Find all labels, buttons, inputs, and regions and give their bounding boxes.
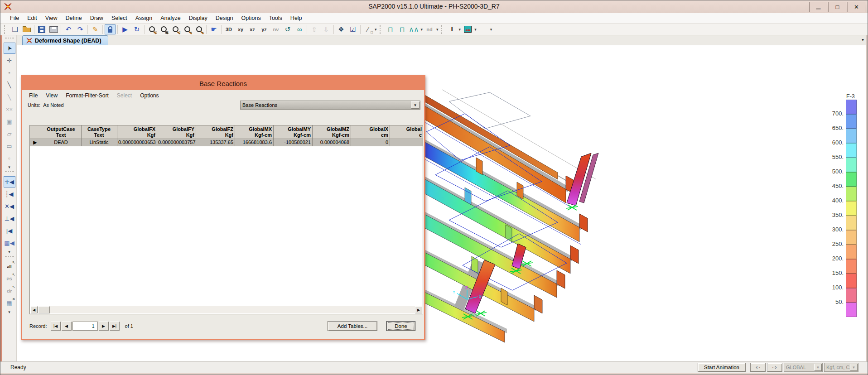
scroll-right-button[interactable]: ▶ [415, 306, 422, 313]
save-model-button[interactable] [36, 24, 47, 34]
quick-draw-braced-frame-button[interactable]: ⊓¯ [397, 24, 408, 34]
assign-options-button[interactable]: ∕□ [362, 24, 373, 34]
rubber-band-zoom-button[interactable]: □ [146, 24, 157, 34]
snap-edges-button[interactable]: |◀ [4, 225, 15, 236]
select-all-button[interactable]: all↖ [4, 261, 15, 272]
menu-display[interactable]: Display [185, 14, 212, 23]
done-button[interactable]: Done [386, 321, 415, 331]
record-number-field[interactable]: 1 [72, 322, 98, 331]
print-button[interactable] [48, 24, 59, 34]
draw-frame-button[interactable]: ╲ [4, 79, 15, 91]
refresh-view-button[interactable]: ↻ [131, 24, 142, 34]
dialog-menu-file[interactable]: File [25, 91, 42, 100]
paint-section-button[interactable] [462, 24, 473, 34]
menu-select[interactable]: Select [107, 14, 131, 23]
restore-full-view-button[interactable]: ▣ [158, 24, 169, 34]
menu-define[interactable]: Define [62, 14, 86, 23]
dialog-menu-format-filter-sort[interactable]: Format-Filter-Sort [62, 91, 113, 100]
tab-deformed-shape[interactable]: Deformed Shape (DEAD) [22, 35, 108, 45]
assign-options-dropdown-icon[interactable]: ▾ [375, 27, 377, 32]
scrollbar-thumb[interactable] [38, 306, 50, 313]
drag-grip[interactable] [5, 256, 14, 259]
dialog-menu-select[interactable]: Select [113, 91, 136, 100]
draw-braces-button[interactable]: ×× [4, 104, 15, 115]
snap-grid-dropdown-icon[interactable]: ▾ [8, 250, 10, 254]
maximize-button[interactable]: □ [829, 2, 846, 12]
add-tables-button[interactable]: Add Tables... [328, 321, 377, 331]
menu-analyze[interactable]: Analyze [156, 14, 184, 23]
dialog-menu-view[interactable]: View [42, 91, 62, 100]
pointer-select-button[interactable]: ➤ [4, 43, 15, 54]
run-analysis-button[interactable]: ▶ [120, 24, 130, 34]
draw-rect-area-button[interactable]: ▭ [4, 140, 15, 152]
dialog-menu-options[interactable]: Options [136, 91, 163, 100]
set-display-options-button[interactable]: ❖ [336, 24, 347, 34]
close-button[interactable]: ✕ [848, 2, 865, 12]
yz-view-button[interactable]: yz [259, 24, 270, 34]
nd-tool-button[interactable]: nd [424, 24, 435, 34]
frame-section-dropdown-icon[interactable]: ▾ [459, 27, 461, 32]
move-down-list-button[interactable]: ⇩ [321, 24, 332, 34]
previous-step-button[interactable]: ⇦ [750, 363, 766, 372]
record-first-button[interactable]: |◀ [51, 322, 61, 331]
scroll-left-button[interactable]: ◀ [30, 306, 38, 313]
menu-assign[interactable]: Assign [131, 14, 157, 23]
previous-zoom-button[interactable]: ◁ [170, 24, 181, 34]
drag-grip[interactable] [5, 171, 14, 174]
drag-grip[interactable] [380, 25, 383, 34]
table-selector-combobox[interactable]: Base Reactions ▼ [240, 101, 420, 110]
tab-list-dropdown[interactable]: ▾ [862, 37, 864, 42]
xy-view-button[interactable]: xy [235, 24, 246, 34]
zoom-out-button[interactable]: − [193, 24, 204, 34]
menu-tools[interactable]: Tools [265, 14, 286, 23]
snap-perpendicular-button[interactable]: ⊥◀ [4, 213, 15, 224]
draw-quick-area-dropdown-icon[interactable]: ▾ [8, 165, 10, 169]
minimize-button[interactable]: — [810, 2, 827, 12]
menu-options[interactable]: Options [237, 14, 265, 23]
snap-grid-button[interactable]: ▦◀ [4, 237, 15, 249]
drag-grip[interactable] [4, 25, 7, 34]
draw-joint-button[interactable]: ▪ [4, 67, 15, 78]
next-step-button[interactable]: ⇨ [767, 363, 782, 372]
record-next-button[interactable]: ▶ [99, 322, 109, 331]
record-previous-button[interactable]: ◀ [62, 322, 72, 331]
menu-design[interactable]: Design [212, 14, 237, 23]
draw-quick-area-button[interactable]: ▫ [4, 153, 15, 164]
perspective-toggle-button[interactable]: ∞ [294, 24, 305, 34]
undo-button[interactable]: ↶ [63, 24, 74, 34]
units-combobox[interactable]: Kgf, cm, C▼ [824, 363, 858, 372]
menu-view[interactable]: View [41, 14, 62, 23]
redo-button[interactable]: ↷ [75, 24, 86, 34]
nv-view-button[interactable]: nv [270, 24, 281, 34]
paint-section-dropdown-icon[interactable]: ▾ [474, 27, 477, 32]
rotate-view-button[interactable]: ↺ [282, 24, 293, 34]
interactive-database-button[interactable]: ▦✕ [4, 298, 15, 309]
record-last-button[interactable]: ▶| [110, 322, 120, 331]
new-model-button[interactable]: ❏ [10, 24, 20, 34]
frame-section-button[interactable]: I [447, 24, 458, 34]
interactive-database-dropdown-icon[interactable]: ▾ [8, 310, 10, 314]
pan-button[interactable]: ☛ [208, 24, 219, 34]
menu-draw[interactable]: Draw [86, 14, 107, 23]
menu-edit[interactable]: Edit [23, 14, 41, 23]
reshape-object-button[interactable]: ✛ [4, 55, 15, 66]
zoom-in-button[interactable]: + [182, 24, 193, 34]
table-row[interactable]: ▶DEADLinStatic0.0000000036530.0000000037… [30, 139, 423, 146]
draw-poly-area-button[interactable]: ▣ [4, 116, 15, 127]
xz-view-button[interactable]: xz [247, 24, 258, 34]
quick-draw-frame-button[interactable]: ⊓ [385, 24, 396, 34]
snap-intersections-button[interactable]: ✕◀ [4, 201, 15, 212]
move-up-list-button[interactable]: ⇧ [309, 24, 320, 34]
open-file-button[interactable] [21, 24, 32, 34]
model-canvas[interactable]: X Y Z E-3 700.650.600.550.500.450.400.35… [17, 45, 866, 363]
quick-draw-truss-button[interactable]: ∧∧ [409, 24, 420, 34]
more-tools-button[interactable] [478, 24, 489, 34]
draw-area-button[interactable]: ▱ [4, 128, 15, 139]
dialog-title-bar[interactable]: Base Reactions [22, 77, 424, 90]
coordinate-system-combobox[interactable]: GLOBAL▼ [784, 363, 823, 372]
quick-draw-truss-dropdown-icon[interactable]: ▾ [421, 27, 423, 32]
3d-view-button[interactable]: 3D [223, 24, 234, 34]
clear-selection-button[interactable]: clr↖ [4, 285, 15, 297]
menu-file[interactable]: File [6, 14, 23, 23]
object-shrink-toggle-button[interactable]: ☑ [347, 24, 358, 34]
